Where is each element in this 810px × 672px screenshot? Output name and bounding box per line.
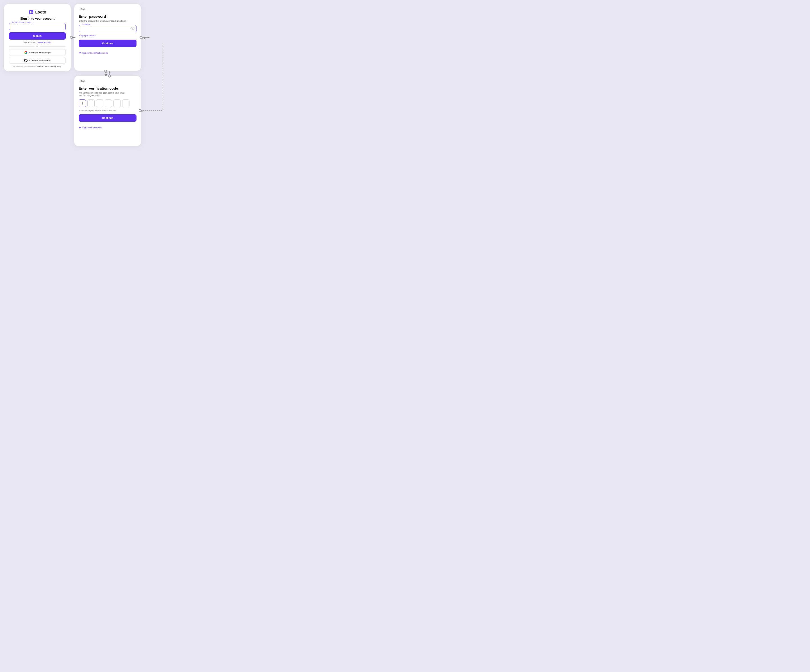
email-input-group: Email / Phone number bbox=[9, 23, 66, 30]
forgot-password-link[interactable]: Forgot password? bbox=[79, 34, 137, 37]
google-signin-button[interactable]: Continue with Google bbox=[9, 49, 66, 56]
divider-line-left bbox=[9, 46, 35, 47]
privacy-link[interactable]: Privacy Policy bbox=[51, 66, 61, 68]
signin-title: Sign in to your account bbox=[9, 17, 66, 20]
verify-back-link[interactable]: ‹ Back bbox=[79, 80, 137, 82]
signin-button[interactable]: Sign in bbox=[9, 32, 66, 40]
switch-to-code-link[interactable]: ⇄ Sign in via verification code bbox=[79, 51, 137, 54]
code-input-1[interactable] bbox=[79, 100, 86, 107]
divider-line-right bbox=[40, 46, 66, 47]
svg-marker-19 bbox=[109, 71, 110, 73]
verify-back-chevron-icon: ‹ bbox=[79, 80, 79, 82]
no-account-text: Not account? Create account bbox=[9, 41, 66, 44]
code-inputs bbox=[79, 100, 137, 107]
signin-card: Logto Sign in to your account Email / Ph… bbox=[4, 4, 71, 71]
password-input[interactable] bbox=[79, 25, 137, 32]
verify-title: Enter verification code bbox=[79, 86, 137, 90]
password-continue-button[interactable]: Continue bbox=[79, 40, 137, 47]
svg-rect-2 bbox=[32, 12, 32, 14]
arrow-verify-to-success bbox=[141, 110, 143, 112]
logo-area: Logto bbox=[9, 10, 66, 15]
svg-rect-1 bbox=[30, 11, 31, 14]
create-account-link[interactable]: Create account bbox=[37, 41, 51, 44]
google-icon bbox=[24, 51, 27, 54]
switch-to-code-label: Sign in via verification code bbox=[82, 52, 108, 54]
password-back-link[interactable]: ‹ Back bbox=[79, 8, 137, 10]
verify-card: ‹ Back Enter verification code The verif… bbox=[74, 76, 141, 146]
verify-back-label: Back bbox=[81, 80, 86, 82]
github-btn-label: Continue with GitHub bbox=[29, 59, 51, 62]
verify-subtitle: The verification code has been sent to y… bbox=[79, 91, 137, 97]
logo-text: Logto bbox=[35, 10, 46, 14]
code-input-6[interactable] bbox=[122, 100, 130, 107]
divider-row: or bbox=[9, 46, 66, 47]
password-input-group: Password bbox=[79, 25, 137, 32]
code-input-3[interactable] bbox=[96, 100, 103, 107]
code-input-2[interactable] bbox=[87, 100, 94, 107]
switch-to-password-label: Sign in via password bbox=[82, 127, 102, 129]
password-back-label: Back bbox=[81, 8, 86, 10]
switch-to-password-link[interactable]: ⇄ Sign in via password bbox=[79, 126, 137, 129]
terms-link[interactable]: Terms of Use bbox=[37, 66, 47, 68]
password-subtitle: Enter the password of email Jason012@gma… bbox=[79, 20, 137, 22]
github-signin-button[interactable]: Continue with GitHub bbox=[9, 57, 66, 64]
password-card: ‹ Back Enter password Enter the password… bbox=[74, 4, 141, 71]
google-btn-label: Continue with Google bbox=[29, 51, 51, 54]
switch-to-password-icon: ⇄ bbox=[79, 126, 81, 129]
password-title: Enter password bbox=[79, 14, 137, 19]
password-label: Password bbox=[81, 23, 91, 25]
logto-logo-icon bbox=[29, 10, 34, 15]
code-input-4[interactable] bbox=[105, 100, 112, 107]
resend-text: Not received yet? Resend after 59 second… bbox=[79, 110, 137, 111]
svg-marker-10 bbox=[148, 37, 150, 38]
back-chevron-icon: ‹ bbox=[79, 8, 79, 10]
divider-text: or bbox=[37, 46, 38, 47]
verify-continue-button[interactable]: Continue bbox=[79, 114, 137, 122]
code-input-5[interactable] bbox=[113, 100, 121, 107]
github-icon bbox=[24, 59, 27, 62]
eye-icon[interactable] bbox=[131, 27, 134, 30]
email-label: Email / Phone number bbox=[11, 21, 32, 23]
terms-text: By continuing, you agree to the Terms of… bbox=[9, 66, 66, 68]
email-input[interactable] bbox=[9, 23, 66, 30]
switch-icon: ⇄ bbox=[79, 51, 81, 54]
arrow-password-to-success bbox=[141, 37, 146, 39]
